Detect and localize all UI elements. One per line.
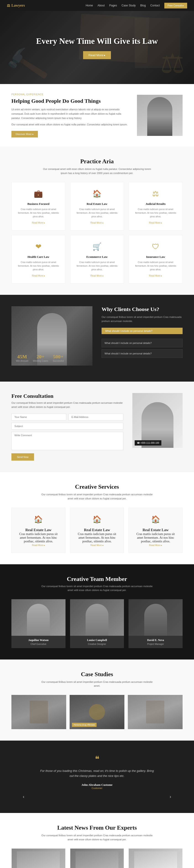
services-grid: 🏠 Real Estate Law Cras mattis iudicium p… bbox=[11, 508, 183, 553]
practice-card-4: 🛒 Ecommerce Law Cras mattis iudicium pur… bbox=[70, 235, 124, 283]
why-section: 45M Win Amount 20+ Winning Cases 500+ Su… bbox=[0, 295, 194, 381]
practice-card-0-text: Cras mattis iudicium purus sit amet ferm… bbox=[16, 208, 61, 219]
nav-links: Home About Pages Case Study Blog Contact… bbox=[86, 3, 187, 8]
form-submit-button[interactable]: Send Now bbox=[11, 453, 34, 461]
form-subject-input[interactable] bbox=[11, 423, 123, 430]
service-1-text: Cras mattis iudicium purus sit amet ferm… bbox=[75, 532, 119, 543]
testimonial-next-button[interactable]: › bbox=[169, 794, 171, 799]
form-message-textarea[interactable] bbox=[11, 432, 123, 450]
testimonial-text: For those of you loading this Christmas,… bbox=[40, 769, 154, 778]
service-2-link[interactable]: Read More ▸ bbox=[149, 544, 162, 547]
practice-card-5: 🛡 Insurance Law Cras mattis iudicium pur… bbox=[129, 235, 183, 283]
service-1-title: Real Estate Law bbox=[75, 528, 119, 532]
about-cta-button[interactable]: Discover More ▸ bbox=[11, 131, 38, 137]
practice-card-2-text: Cras mattis iudicium purus sit amet ferm… bbox=[133, 208, 178, 219]
cases-title: Case Studies bbox=[11, 671, 183, 678]
logo-icon: ⚖ bbox=[7, 3, 10, 8]
team-photo-0 bbox=[11, 599, 65, 636]
nav-about[interactable]: About bbox=[97, 4, 104, 7]
news-card-1[interactable]: JUNE 11, 2018 Welcome A World Class Team… bbox=[70, 848, 124, 868]
stat-successful: 500+ Successful bbox=[53, 354, 64, 362]
nav-case-study[interactable]: Case Study bbox=[122, 4, 136, 7]
service-card-2: 🏠 Real Estate Law Cras mattis iudicium p… bbox=[129, 508, 183, 553]
team-photo-1 bbox=[70, 599, 124, 636]
consultation-form-area: Free Consultation Our consequat finibus … bbox=[11, 393, 123, 461]
team-grid: Jaquiline Watson Chief Executive Louise … bbox=[11, 599, 183, 648]
testimonial-prev-button[interactable]: ‹ bbox=[23, 794, 25, 799]
team-role-2: Project Manager bbox=[131, 643, 180, 645]
service-2-title: Real Estate Law bbox=[133, 528, 178, 532]
stat-win-amount: 45M Win Amount bbox=[16, 354, 28, 362]
case-image-1: Persona Drug Affenses bbox=[70, 695, 124, 729]
about-para2: Our consequat amet velit esse cillum dol… bbox=[11, 122, 130, 127]
service-2-icon: 🏠 bbox=[150, 514, 161, 525]
about-tag: PERSONAL EXPERIENCE bbox=[11, 93, 130, 96]
form-name-input[interactable] bbox=[11, 413, 66, 421]
team-info-0: Jaquiline Watson Chief Executive bbox=[11, 636, 65, 648]
hero-cta-button[interactable]: Read More ▸ bbox=[83, 51, 111, 59]
nav-blog[interactable]: Blog bbox=[140, 4, 146, 7]
practice-card-0-link[interactable]: Read More ▸ bbox=[32, 221, 45, 224]
team-section: Creative Team Member Our consequat finib… bbox=[0, 564, 194, 659]
nav-pages[interactable]: Pages bbox=[109, 4, 117, 7]
consultation-phone-badge: ☎ +000-111-000-100 bbox=[135, 440, 161, 445]
practice-section: Practice Aria Our consequat amet velit e… bbox=[0, 147, 194, 295]
nav-logo[interactable]: ⚖ Lawyers bbox=[7, 3, 25, 8]
logo-text: Lawyers bbox=[11, 3, 25, 7]
team-name-1: Louise Campbell bbox=[73, 639, 122, 642]
practice-card-5-text: Cras mattis iudicium purus sit amet ferm… bbox=[133, 260, 178, 272]
team-info-2: David E. Neva Project Manager bbox=[129, 636, 183, 648]
service-0-title: Real Estate Law bbox=[16, 528, 61, 532]
team-card-1: Louise Campbell Creative Designer bbox=[70, 599, 124, 648]
about-text-area: PERSONAL EXPERIENCE Helping Good People … bbox=[11, 93, 130, 137]
team-role-0: Chief Executive bbox=[14, 643, 63, 645]
why-text: Our consequat finibus lorem sit amet imp… bbox=[102, 315, 183, 323]
service-0-text: Cras mattis iudicium purus sit amet ferm… bbox=[16, 532, 61, 543]
why-cta-button[interactable]: What should I include on personal detail… bbox=[102, 328, 183, 334]
real-estate-law-icon: 🏠 bbox=[91, 188, 103, 199]
practice-card-1-text: Cras mattis iudicium purus sit amet ferm… bbox=[75, 208, 119, 219]
team-role-1: Creative Designer bbox=[73, 643, 122, 645]
news-card-0[interactable]: JUNE 11, 2018 Discover A Better Way Of R… bbox=[11, 848, 65, 868]
testimonial-navigation: ‹ › bbox=[23, 794, 171, 799]
about-para1: Ut enim ad minim veniam, quis nostrud ex… bbox=[11, 107, 130, 120]
practice-card-4-link[interactable]: Read More ▸ bbox=[90, 275, 103, 277]
insurance-law-icon: 🛡 bbox=[150, 241, 161, 252]
practice-card-1: 🏠 Real Estate Law Cras mattis iudicium p… bbox=[70, 182, 124, 230]
nav-contact[interactable]: Contact bbox=[151, 4, 160, 7]
health-care-law-icon: ❤ bbox=[33, 241, 44, 252]
practice-card-2-link[interactable]: Read More ▸ bbox=[149, 221, 162, 224]
service-0-icon: 🏠 bbox=[33, 514, 44, 525]
form-email-input[interactable] bbox=[68, 413, 123, 421]
service-card-1: 🏠 Real Estate Law Cras mattis iudicium p… bbox=[70, 508, 124, 553]
case-card-0[interactable] bbox=[11, 695, 66, 729]
nav-home[interactable]: Home bbox=[86, 4, 93, 7]
practice-card-1-link[interactable]: Read More ▸ bbox=[90, 221, 103, 224]
news-image-1 bbox=[70, 848, 124, 868]
team-photo-2 bbox=[129, 599, 183, 636]
news-image-2 bbox=[129, 848, 182, 868]
why-accordion-0[interactable]: What should I include on personal detail… bbox=[102, 339, 183, 347]
why-accordion-1[interactable]: What should I include on personal detail… bbox=[102, 349, 183, 358]
news-card-2[interactable]: JUNE 11, 2018 The Smartest Things Ever S… bbox=[129, 848, 183, 868]
team-info-1: Louise Campbell Creative Designer bbox=[70, 636, 124, 648]
practice-card-5-link[interactable]: Read More ▸ bbox=[149, 275, 162, 277]
nav-cta-button[interactable]: Free Consult ▸ bbox=[164, 3, 187, 8]
service-1-link[interactable]: Read More ▸ bbox=[90, 544, 103, 547]
team-subtitle: Our consequat finibus lorem sit amet imp… bbox=[40, 584, 154, 592]
case-card-2[interactable] bbox=[128, 695, 183, 729]
about-section: PERSONAL EXPERIENCE Helping Good People … bbox=[0, 84, 194, 147]
case-card-1[interactable]: Persona Drug Affenses bbox=[70, 695, 124, 729]
services-subtitle: Our consequat finibus lorem sit amet imp… bbox=[40, 493, 154, 501]
practice-card-1-title: Real Estate Law bbox=[75, 202, 119, 206]
why-right-content: Why Clients Choose Us? Our consequat fin… bbox=[102, 306, 183, 360]
practice-card-3-link[interactable]: Read More ▸ bbox=[32, 275, 45, 277]
service-0-link[interactable]: Read More ▸ bbox=[32, 544, 45, 547]
why-title: Why Clients Choose Us? bbox=[102, 306, 183, 312]
services-title: Creative Services bbox=[11, 484, 183, 490]
about-title: Helping Good People Do Good Things bbox=[11, 97, 130, 104]
practice-card-3: ❤ Health Care Law Cras mattis iudicium p… bbox=[11, 235, 65, 283]
about-image bbox=[137, 95, 183, 136]
practice-card-5-title: Insurance Law bbox=[133, 255, 178, 259]
navigation: ⚖ Lawyers Home About Pages Case Study Bl… bbox=[0, 0, 194, 11]
